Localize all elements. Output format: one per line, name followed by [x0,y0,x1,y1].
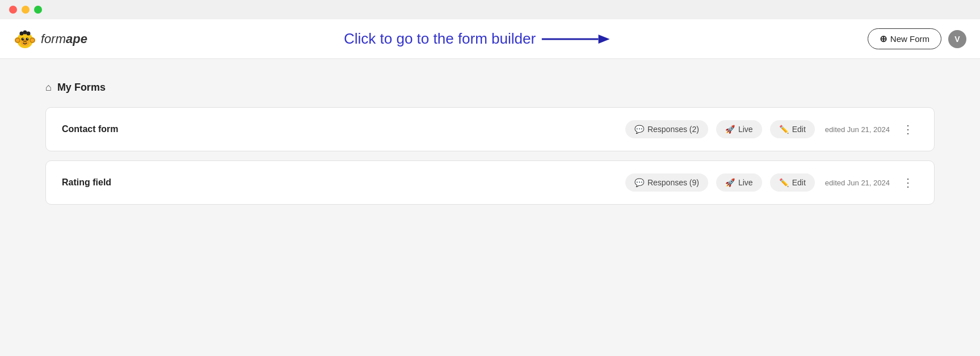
user-avatar[interactable]: V [948,30,966,48]
form-list: Contact form 💬 Responses (2) 🚀 Live ✏️ E… [45,107,935,214]
live-icon: 🚀 [725,125,735,134]
svg-point-15 [23,30,27,34]
edit-label: Edit [792,125,806,134]
maximize-button[interactable] [34,6,42,14]
edited-date: edited Jun 21, 2024 [825,125,890,134]
more-options-button[interactable]: ⋮ [898,120,918,138]
window-chrome [0,0,980,19]
svg-point-4 [31,39,34,42]
chat-icon: 💬 [634,178,644,187]
section-title: My Forms [57,82,106,94]
section-header: ⌂ My Forms [45,82,935,94]
minimize-button[interactable] [22,6,30,14]
svg-point-16 [27,31,31,35]
edited-date: edited Jun 21, 2024 [825,179,890,187]
responses-label: Responses (9) [647,178,699,187]
close-button[interactable] [9,6,17,14]
logo-area: formape [14,28,87,50]
new-form-button[interactable]: ⊕ New Form [868,28,941,49]
user-initial: V [954,35,960,44]
svg-point-14 [20,31,24,35]
live-icon: 🚀 [725,178,735,187]
more-options-button[interactable]: ⋮ [898,173,918,192]
svg-point-8 [23,38,24,39]
form-card: Rating field 💬 Responses (9) 🚀 Live ✏️ E… [45,160,935,205]
edit-icon: ✏️ [779,178,789,187]
edit-button[interactable]: ✏️ Edit [770,173,815,192]
edit-button[interactable]: ✏️ Edit [770,120,815,138]
live-button[interactable]: 🚀 Live [716,173,762,192]
navbar: formape Click to go to the form builder … [0,19,980,59]
arrow-icon [541,31,609,47]
responses-button[interactable]: 💬 Responses (2) [625,120,708,138]
form-actions: 💬 Responses (2) 🚀 Live ✏️ Edit edited Ju… [625,120,918,138]
responses-button[interactable]: 💬 Responses (9) [625,173,708,192]
edit-label: Edit [792,178,806,187]
svg-point-6 [22,37,24,40]
svg-point-3 [16,39,19,42]
live-button[interactable]: 🚀 Live [716,120,762,138]
plus-icon: ⊕ [880,33,887,44]
svg-point-9 [27,38,28,39]
annotation-text: Click to go to the form builder [344,30,536,48]
monkey-logo-icon [14,28,36,50]
brand-name: formape [41,32,87,46]
svg-point-7 [26,37,29,40]
svg-marker-18 [598,35,609,44]
new-form-label: New Form [890,34,929,44]
live-label: Live [738,178,753,187]
home-icon: ⌂ [45,82,52,94]
live-label: Live [738,125,753,134]
svg-point-12 [26,41,27,42]
annotation-area: Click to go to the form builder [344,30,609,48]
header-right: ⊕ New Form V [868,28,966,49]
form-name: Contact form [62,124,175,134]
form-name: Rating field [62,177,175,188]
form-actions: 💬 Responses (9) 🚀 Live ✏️ Edit edited Ju… [625,173,918,192]
main-content: ⌂ My Forms Contact form 💬 Responses (2) … [0,59,980,236]
svg-point-11 [24,41,25,42]
responses-label: Responses (2) [647,125,699,134]
edit-icon: ✏️ [779,125,789,134]
chat-icon: 💬 [634,125,644,134]
form-card: Contact form 💬 Responses (2) 🚀 Live ✏️ E… [45,107,935,151]
